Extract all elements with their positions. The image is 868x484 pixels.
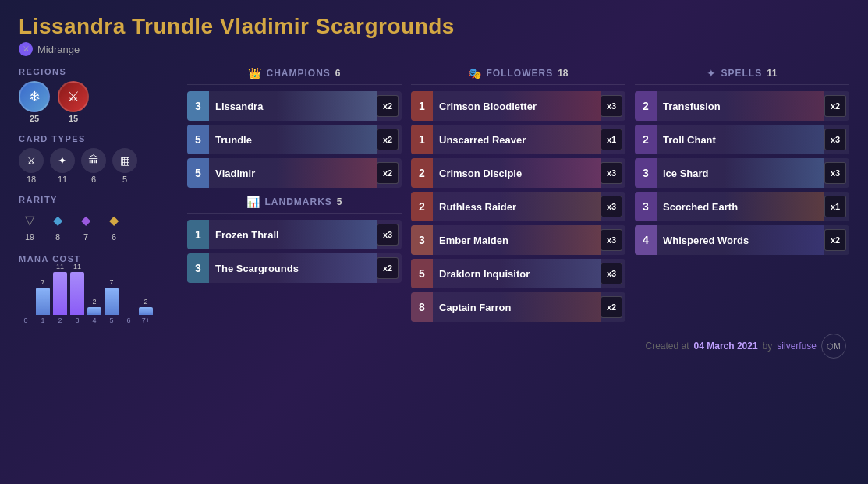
landmarks-header-icon: 📊: [246, 196, 260, 208]
landmarks-icon: 🏛: [81, 148, 106, 173]
card-count: x2: [377, 129, 399, 150]
midrange-icon: ⚔: [19, 42, 33, 56]
card-count: x3: [601, 95, 622, 117]
champion-count: 6: [112, 232, 116, 242]
spells-type-icon: ✦: [50, 148, 75, 173]
followers-list: 1 Crimson Bloodletter x3 1 Unscarred Rea…: [411, 91, 625, 322]
card-row-trundle: 5 Trundle x2: [187, 125, 402, 154]
mana-bar-fill: [53, 272, 67, 315]
mana-bar-3: 113: [70, 263, 84, 324]
card-types-section: CARD TYPES ⚔ 18 ✦ 11 🏛 6 ▦: [19, 134, 175, 184]
card-row-the-scargrounds: 3 The Scargrounds x2: [187, 253, 402, 283]
card-name: Ice Shard: [657, 168, 824, 179]
mana-bar-fill: [139, 307, 153, 315]
champions-list: 3 Lissandra x2 5 Trundle x2 5 Vladimir x…: [187, 91, 402, 188]
card-name: Lissandra: [209, 101, 377, 112]
mana-cost-label: MANA COST: [19, 254, 175, 263]
champion-icon: ◆: [103, 209, 125, 231]
card-cost: 3: [187, 91, 209, 121]
card-row-draklorn-inquisitor: 5 Draklorn Inquisitor x3: [411, 259, 625, 288]
card-name: Draklorn Inquisitor: [433, 268, 601, 280]
card-cost: 3: [187, 253, 209, 283]
type-units: ⚔ 18: [19, 148, 44, 184]
mana-bar-count: 7: [41, 278, 44, 286]
spells-list: 2 Transfusion x2 2 Troll Chant x3 3 Ice …: [635, 91, 849, 255]
card-count: x2: [377, 95, 399, 117]
followers-column: 🎭 FOLLOWERS 18 1 Crimson Bloodletter x3 …: [411, 67, 625, 326]
mana-bar-label: 6: [126, 316, 130, 324]
card-types-label: CARD TYPES: [19, 134, 175, 143]
card-row-ice-shard: 3 Ice Shard x3: [635, 158, 849, 188]
card-name: Transfusion: [657, 101, 824, 112]
mana-bar-label: 0: [23, 316, 27, 324]
card-name: Crimson Bloodletter: [433, 101, 601, 112]
card-cost: 3: [635, 158, 657, 188]
rarity-rare: ◆ 8: [47, 209, 69, 242]
card-cost: 1: [187, 220, 209, 249]
by-label: by: [763, 341, 773, 352]
card-count: x3: [601, 162, 622, 184]
card-count: x2: [601, 296, 622, 318]
mana-bar-label: 5: [109, 316, 113, 324]
card-row-vladimir: 5 Vladimir x2: [187, 158, 402, 188]
rarity-epic: ◆ 7: [75, 209, 97, 242]
freljord-icon: ❄: [19, 81, 50, 112]
card-name: Frozen Thrall: [209, 229, 377, 241]
mana-bar-label: 1: [41, 316, 44, 324]
card-row-ruthless-raider: 2 Ruthless Raider x3: [411, 192, 625, 221]
mana-bar-count: 2: [143, 298, 147, 306]
mana-bar-6: 6: [122, 302, 136, 324]
card-count: x3: [601, 263, 622, 284]
card-row-captain-farron: 8 Captain Farron x2: [411, 292, 625, 322]
card-count: x2: [824, 95, 846, 117]
spells-header-icon: ✦: [707, 67, 716, 79]
subtitle-text: Midrange: [37, 44, 80, 55]
region-freljord: ❄ 25: [19, 81, 50, 123]
mana-bar-count: 11: [73, 263, 81, 270]
landmarks-section: 📊 LANDMARKS 5 1 Frozen Thrall x3 3 The S…: [187, 196, 402, 283]
rarity-section: RARITY ▽ 19 ◆ 8 ◆ 7 ◆: [19, 195, 175, 242]
creator-logo: ⬡M: [821, 334, 846, 359]
mana-bar-count: 7: [109, 278, 113, 286]
region-noxus: ⚔ 15: [58, 81, 89, 123]
creator-username: silverfuse: [777, 341, 817, 352]
card-cost: 3: [411, 225, 433, 255]
mana-bar-label: 2: [58, 316, 62, 324]
card-row-scorched-earth: 3 Scorched Earth x1: [635, 192, 849, 221]
spells-header: ✦ SPELLS 11: [635, 67, 849, 85]
champions-header-count: 6: [335, 68, 341, 79]
mana-chart: 0711121132475627+: [19, 270, 175, 324]
card-name: Unscarred Reaver: [433, 134, 601, 146]
sidebar: REGIONS ❄ 25 ⚔ 15 CARD TYPES: [19, 67, 175, 359]
card-row-frozen-thrall: 1 Frozen Thrall x3: [187, 220, 402, 249]
other-icon: ▦: [112, 148, 137, 173]
common-icon: ▽: [19, 209, 41, 231]
card-cost: 1: [411, 91, 433, 121]
created-date: 04 March 2021: [694, 341, 758, 352]
card-count: x3: [601, 196, 622, 217]
followers-header: 🎭 FOLLOWERS 18: [411, 67, 625, 85]
common-count: 19: [25, 232, 34, 242]
mana-bar-count: 2: [92, 298, 96, 306]
epic-icon: ◆: [75, 209, 97, 231]
noxus-count: 15: [69, 114, 78, 123]
rarity-common: ▽ 19: [19, 209, 41, 242]
landmarks-header-title: LANDMARKS: [264, 196, 331, 207]
spells-header-title: SPELLS: [721, 68, 762, 79]
units-count: 18: [27, 175, 36, 184]
units-icon: ⚔: [19, 148, 44, 173]
champions-header: 👑 CHAMPIONS 6: [187, 67, 402, 85]
type-landmarks: 🏛 6: [81, 148, 106, 184]
mana-bar-fill: [105, 288, 119, 315]
card-name: Crimson Disciple: [433, 168, 601, 179]
card-row-crimson-bloodletter: 1 Crimson Bloodletter x3: [411, 91, 625, 121]
spells-column: ✦ SPELLS 11 2 Transfusion x2 2 Troll Cha…: [635, 67, 849, 326]
mana-bar-1: 71: [36, 278, 50, 324]
card-count: x3: [824, 162, 846, 184]
freljord-count: 25: [30, 114, 39, 123]
landmarks-count: 6: [91, 175, 96, 184]
card-cost: 2: [411, 192, 433, 221]
regions-label: REGIONS: [19, 67, 175, 76]
card-cost: 3: [635, 192, 657, 221]
mana-bar-label: 4: [92, 316, 96, 324]
